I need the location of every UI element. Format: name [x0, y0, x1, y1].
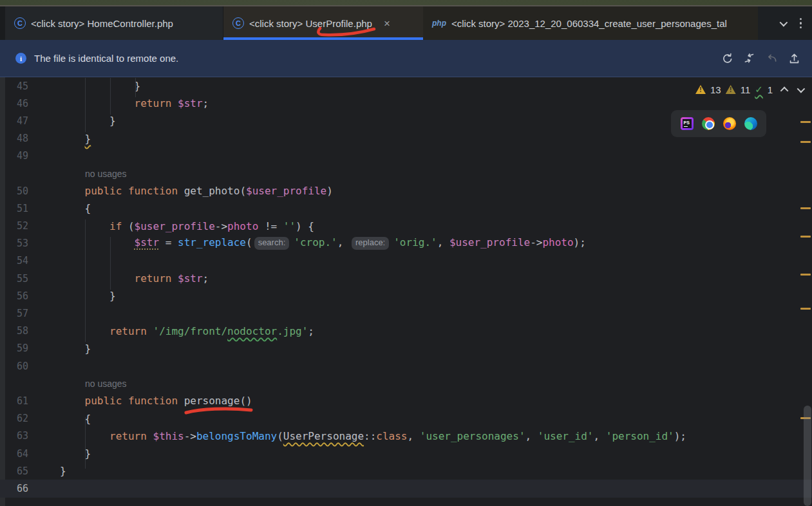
inspection-widget[interactable]: ! 13 ! 11 ✓ 1 — [695, 82, 803, 97]
error-stripe-mark[interactable] — [800, 141, 811, 143]
show-hidden-tabs-icon[interactable] — [779, 18, 788, 26]
code-line[interactable]: 59 } — [0, 340, 812, 357]
line-number: 49 — [0, 150, 60, 162]
phpstorm-icon[interactable]: PS — [681, 117, 694, 130]
line-number: 58 — [0, 325, 60, 337]
undo-icon[interactable] — [766, 52, 778, 64]
previous-problem-icon[interactable] — [780, 86, 789, 95]
code-line[interactable]: 50 public function get_photo($user_profi… — [0, 182, 812, 200]
code-line[interactable]: 66 — [0, 480, 812, 497]
usages-hint[interactable]: no usages — [85, 169, 127, 179]
line-number: 56 — [0, 290, 60, 302]
line-number: 61 — [0, 395, 60, 407]
parameter-hint-chip: search: — [254, 237, 290, 250]
tabbar-left-notch — [0, 6, 5, 40]
line-number: 48 — [0, 133, 60, 144]
error-stripe-mark[interactable] — [800, 236, 811, 238]
code-line[interactable]: 64 } — [0, 445, 812, 462]
line-number: 53 — [0, 238, 60, 249]
tab-options-icon[interactable] — [800, 18, 802, 29]
php-class-icon: C — [232, 17, 244, 29]
tab-label: <click story> 2023_12_20_060334_create_u… — [451, 18, 727, 29]
code-line[interactable]: 58 return '/img/front/nodoctor.jpg'; — [0, 323, 812, 340]
tab-userprofile-active[interactable]: C <click story> UserProfile.php × — [223, 6, 423, 40]
line-number: 62 — [0, 413, 60, 424]
info-icon: i — [15, 53, 26, 64]
tab-label: <click story> HomeController.php — [31, 18, 173, 29]
weak-warning-icon: ! — [726, 85, 736, 94]
code-line[interactable]: no usages — [0, 375, 812, 392]
code-line[interactable]: 62 { — [0, 410, 812, 427]
line-number: 46 — [0, 98, 60, 109]
php-class-icon: C — [14, 17, 26, 29]
code-line[interactable]: 54 — [0, 252, 812, 270]
compare-remote-icon[interactable] — [743, 52, 755, 64]
line-number: 52 — [0, 220, 60, 232]
line-number: 63 — [0, 430, 60, 442]
tab-homecontroller[interactable]: C <click story> HomeController.php — [5, 6, 223, 40]
vertical-scrollbar-thumb[interactable] — [804, 406, 811, 506]
code-line[interactable]: no usages — [0, 165, 812, 182]
banner-message: The file is identical to remote one. — [34, 53, 178, 64]
tab-label: <click story> UserProfile.php — [249, 18, 372, 29]
code-line[interactable]: 61 public function personage() — [0, 392, 812, 409]
code-line[interactable]: 56 } — [0, 287, 812, 305]
error-stripe-mark[interactable] — [800, 207, 811, 209]
code-line[interactable]: 45 } — [0, 77, 812, 95]
line-number: 51 — [0, 203, 60, 214]
php-file-icon: php — [432, 19, 446, 28]
code-line[interactable]: 49 — [0, 147, 812, 165]
line-number: 54 — [0, 255, 60, 267]
error-stripe-mark[interactable] — [800, 308, 811, 310]
indent-guide — [85, 417, 86, 469]
main-toolbar-edge — [0, 0, 812, 5]
error-stripe-mark[interactable] — [800, 121, 811, 123]
editor-notification-banner: i The file is identical to remote one. — [0, 40, 812, 77]
error-stripe-mark[interactable] — [800, 274, 811, 276]
line-number: 59 — [0, 342, 60, 354]
parameter-hint-chip: replace: — [352, 237, 389, 250]
upload-icon[interactable] — [788, 52, 800, 64]
code-line[interactable]: 53 $str = str_replace(search:'crop.', re… — [0, 235, 812, 252]
line-number: 64 — [0, 448, 60, 460]
warning-icon: ! — [695, 85, 706, 94]
editor-tab-bar: C <click story> HomeController.php C <cl… — [0, 6, 812, 40]
editor-rows: 45 }46 return $str;47 }48 }49no usages50… — [0, 77, 812, 498]
open-in-browser-toolbar: PS — [671, 110, 766, 137]
usages-hint[interactable]: no usages — [85, 379, 127, 389]
code-line[interactable]: 52 if ($user_profile->photo != '') { — [0, 218, 812, 235]
warning-count: 13 — [710, 84, 721, 95]
sync-remote-icon[interactable] — [721, 52, 733, 64]
indent-guide — [110, 237, 111, 290]
indent-guide — [135, 78, 136, 97]
indent-guide — [110, 78, 111, 115]
line-number: 60 — [0, 361, 60, 372]
firefox-icon[interactable] — [723, 117, 736, 130]
tabbar-right-actions — [758, 6, 812, 40]
code-line[interactable]: 60 — [0, 357, 812, 375]
code-line[interactable]: 63 return $this->belongsToMany(UserPerso… — [0, 427, 812, 445]
tab-migration[interactable]: php <click story> 2023_12_20_060334_crea… — [423, 6, 758, 40]
edge-icon[interactable] — [744, 117, 757, 130]
indent-guide — [85, 78, 86, 132]
line-number: 66 — [0, 483, 60, 494]
typo-icon: ✓ — [755, 84, 763, 95]
code-line[interactable]: 51 { — [0, 200, 812, 217]
typo-count: 1 — [768, 84, 773, 95]
line-number: 45 — [0, 80, 60, 92]
line-number: 55 — [0, 273, 60, 285]
ide-window: C <click story> HomeController.php C <cl… — [0, 0, 812, 506]
indent-guide — [85, 220, 86, 342]
line-number: 65 — [0, 465, 60, 477]
code-line[interactable]: 57 — [0, 305, 812, 322]
line-number: 47 — [0, 115, 60, 127]
code-line[interactable]: 65} — [0, 462, 812, 480]
weak-warning-count: 11 — [741, 84, 751, 95]
chrome-icon[interactable] — [702, 117, 715, 130]
code-editor[interactable]: 45 }46 return $str;47 }48 }49no usages50… — [0, 77, 812, 506]
code-line[interactable]: 55 return $str; — [0, 270, 812, 287]
line-number: 57 — [0, 308, 60, 319]
close-tab-icon[interactable]: × — [384, 18, 390, 29]
line-number: 50 — [0, 185, 60, 197]
